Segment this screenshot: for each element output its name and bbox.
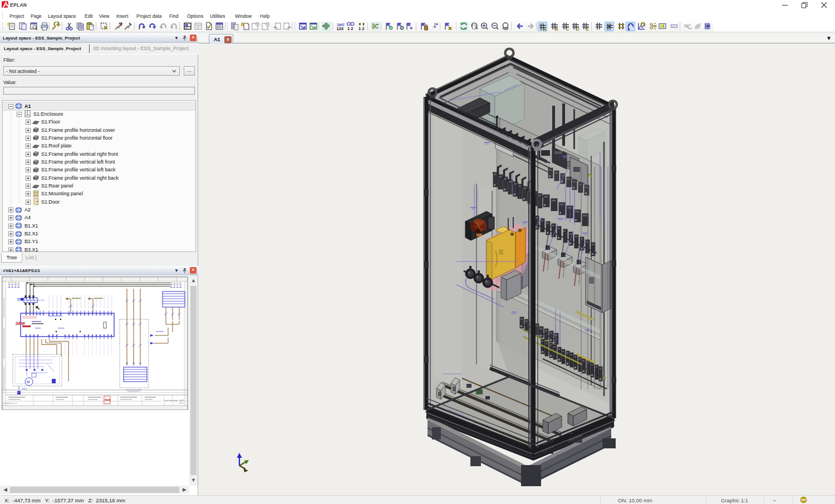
svg-text:E: E [586, 26, 590, 31]
svg-text:B: B [555, 26, 558, 31]
svg-text:100: 100 [503, 28, 508, 31]
svg-text:M: M [27, 380, 30, 384]
svg-text:SEW: SEW [15, 321, 26, 326]
svg-text:D: D [576, 26, 579, 31]
svg-text:A: A [543, 27, 547, 32]
svg-text:123: 123 [337, 26, 344, 31]
svg-text:SEW: SEW [105, 399, 111, 402]
svg-text:C: C [566, 26, 569, 31]
svg-text:Freigabe1.0+2: Freigabe1.0+2 [3, 402, 17, 404]
svg-text:1 2: 1 2 [358, 26, 364, 31]
svg-text:1 2: 1 2 [347, 26, 353, 31]
svg-text:+24V: +24V [178, 402, 183, 404]
